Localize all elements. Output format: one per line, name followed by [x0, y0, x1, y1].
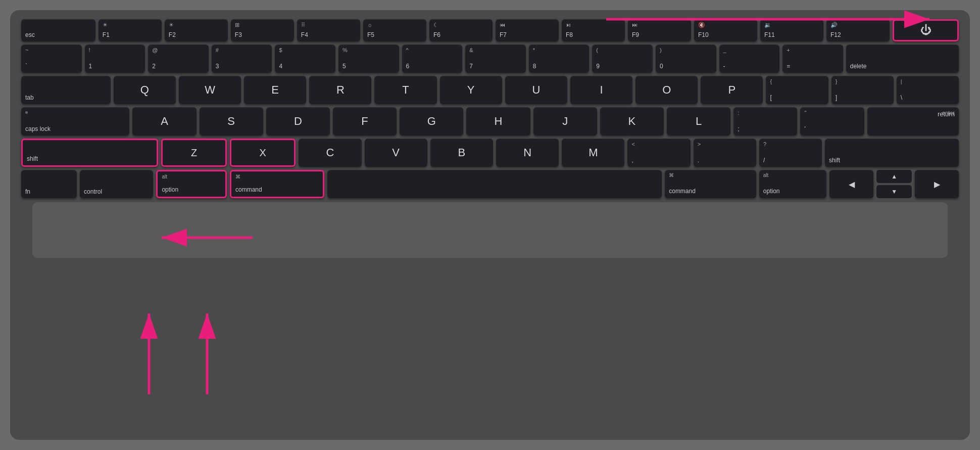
touchpad[interactable]	[32, 202, 948, 258]
key-6[interactable]: ^ 6	[402, 44, 463, 73]
key-f9[interactable]: ⏭ F9	[628, 19, 691, 41]
key-command-right[interactable]: ⌘ command	[665, 170, 756, 198]
key-m[interactable]: M	[562, 139, 624, 167]
shift-row: shift Z X C V B N M < , > .	[21, 139, 959, 167]
key-backtick[interactable]: ~ `	[21, 44, 82, 73]
power-icon: ⏻	[920, 24, 932, 37]
key-e[interactable]: E	[244, 76, 306, 104]
key-b[interactable]: B	[430, 139, 493, 167]
key-f[interactable]: F	[333, 107, 397, 136]
key-f3[interactable]: ⊞ F3	[231, 19, 294, 41]
key-arrow-down[interactable]: ▼	[876, 185, 912, 198]
key-f10[interactable]: 🔇 F10	[694, 19, 757, 41]
key-f1[interactable]: ☀ F1	[99, 19, 162, 41]
key-o[interactable]: O	[635, 76, 698, 104]
tab-row: tab Q W E R T Y U I O P	[21, 76, 959, 104]
key-z[interactable]: Z	[161, 139, 227, 167]
key-k[interactable]: K	[600, 107, 664, 136]
bottom-row: fn control alt option ⌘ command ⌘ comman…	[21, 170, 959, 198]
key-u[interactable]: U	[505, 76, 567, 104]
key-x[interactable]: X	[230, 139, 296, 167]
key-v[interactable]: V	[365, 139, 427, 167]
key-l[interactable]: L	[667, 107, 730, 136]
key-y[interactable]: Y	[440, 76, 502, 104]
key-s[interactable]: S	[200, 107, 263, 136]
caps-row: caps lock A S D F G H J K L : ;	[21, 107, 959, 136]
key-f5[interactable]: ☼ F5	[363, 19, 426, 41]
key-8[interactable]: * 8	[529, 44, 590, 73]
key-arrow-up-down-container: ▲ ▼	[876, 170, 912, 198]
key-f2[interactable]: ☀ F2	[165, 19, 228, 41]
key-c[interactable]: C	[299, 139, 361, 167]
key-f7[interactable]: ⏮ F7	[496, 19, 559, 41]
key-backslash[interactable]: | \	[897, 76, 959, 104]
key-delete[interactable]: delete	[846, 44, 959, 73]
key-j[interactable]: J	[533, 107, 597, 136]
key-f11[interactable]: 🔉 F11	[760, 19, 823, 41]
key-w[interactable]: W	[179, 76, 241, 104]
key-shift-left[interactable]: shift	[21, 139, 158, 167]
key-2[interactable]: @ 2	[148, 44, 209, 73]
key-minus[interactable]: _ -	[719, 44, 780, 73]
key-period[interactable]: > .	[694, 139, 756, 167]
key-space[interactable]	[327, 170, 662, 198]
key-option-left[interactable]: alt option	[156, 170, 227, 198]
key-control[interactable]: control	[80, 170, 153, 198]
key-p[interactable]: P	[701, 76, 763, 104]
key-fn[interactable]: fn	[21, 170, 77, 198]
key-comma[interactable]: < ,	[627, 139, 690, 167]
key-t[interactable]: T	[374, 76, 436, 104]
key-arrow-left[interactable]: ◀	[829, 170, 873, 198]
key-tab[interactable]: tab	[21, 76, 111, 104]
key-q[interactable]: Q	[114, 76, 176, 104]
key-f12[interactable]: 🔊 F12	[826, 19, 890, 41]
key-command-left[interactable]: ⌘ command	[230, 170, 324, 198]
key-f8[interactable]: ⏯ F8	[562, 19, 625, 41]
key-i[interactable]: I	[570, 76, 632, 104]
key-slash[interactable]: ? /	[759, 139, 822, 167]
key-arrow-up[interactable]: ▲	[876, 170, 912, 183]
key-shift-right[interactable]: shift	[825, 139, 959, 167]
key-3[interactable]: # 3	[212, 44, 272, 73]
key-power[interactable]: ⏻	[893, 19, 959, 41]
key-esc[interactable]: esc	[21, 19, 95, 41]
number-row: ~ ` ! 1 @ 2 # 3 $ 4 % 5 ^ 6 & 7	[21, 44, 959, 73]
key-4[interactable]: $ 4	[275, 44, 335, 73]
key-quote[interactable]: " '	[800, 107, 864, 136]
key-g[interactable]: G	[400, 107, 463, 136]
key-1[interactable]: ! 1	[85, 44, 145, 73]
key-option-right[interactable]: alt option	[759, 170, 827, 198]
key-f4[interactable]: ⠿ F4	[297, 19, 360, 41]
key-caps-lock[interactable]: caps lock	[21, 107, 129, 136]
key-r[interactable]: R	[309, 76, 371, 104]
keyboard: esc ☀ F1 ☀ F2 ⊞ F3 ⠿ F4 ☼ F5 ☾ F6 ⏮ F7	[10, 10, 970, 440]
key-5[interactable]: % 5	[338, 44, 399, 73]
key-enter[interactable]: enter return	[867, 107, 959, 136]
key-semicolon[interactable]: : ;	[733, 107, 797, 136]
key-arrow-right[interactable]: ▶	[915, 170, 959, 198]
key-0[interactable]: ) 0	[656, 44, 716, 73]
key-a[interactable]: A	[132, 107, 196, 136]
key-equals[interactable]: + =	[782, 44, 843, 73]
key-7[interactable]: & 7	[465, 44, 526, 73]
key-f6[interactable]: ☾ F6	[429, 19, 493, 41]
caps-lock-indicator	[25, 111, 28, 114]
key-n[interactable]: N	[496, 139, 559, 167]
function-row: esc ☀ F1 ☀ F2 ⊞ F3 ⠿ F4 ☼ F5 ☾ F6 ⏮ F7	[21, 19, 959, 41]
key-h[interactable]: H	[466, 107, 530, 136]
key-d[interactable]: D	[266, 107, 330, 136]
key-9[interactable]: ( 9	[592, 44, 653, 73]
key-bracket-right[interactable]: } ]	[831, 76, 894, 104]
key-bracket-left[interactable]: { [	[766, 76, 828, 104]
